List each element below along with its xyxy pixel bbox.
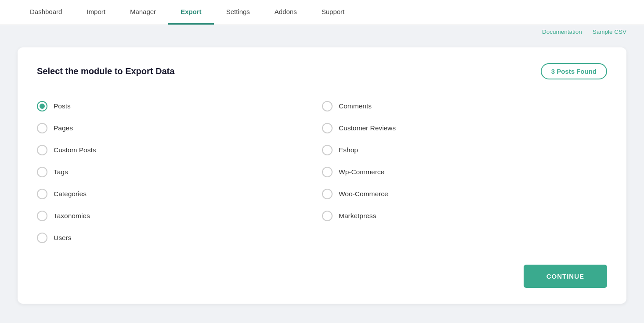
radio-eshop[interactable] [322, 145, 333, 155]
radio-marketpress[interactable] [322, 211, 333, 221]
label-woo-commerce: Woo-Commerce [339, 190, 388, 198]
option-posts[interactable]: Posts [37, 95, 322, 117]
option-categories[interactable]: Categories [37, 183, 322, 205]
radio-categories[interactable] [37, 189, 47, 199]
option-tags[interactable]: Tags [37, 161, 322, 183]
option-wp-commerce[interactable]: Wp-Commerce [322, 161, 607, 183]
label-customer-reviews: Customer Reviews [339, 124, 396, 132]
label-wp-commerce: Wp-Commerce [339, 168, 384, 176]
secondary-links-bar: Documentation Sample CSV [0, 25, 644, 39]
option-comments[interactable]: Comments [322, 95, 607, 117]
label-comments: Comments [339, 102, 372, 110]
option-taxonomies[interactable]: Taxonomies [37, 205, 322, 227]
label-categories: Categories [54, 190, 87, 198]
radio-taxonomies[interactable] [37, 211, 47, 221]
nav-item-import[interactable]: Import [74, 0, 118, 25]
option-eshop[interactable]: Eshop [322, 139, 607, 161]
radio-posts[interactable] [37, 101, 47, 111]
continue-button[interactable]: CONTINUE [524, 265, 607, 288]
radio-custom-posts[interactable] [37, 145, 47, 155]
nav-item-manager[interactable]: Manager [118, 0, 168, 25]
left-column: Posts Pages Custom Posts Tags Categories [37, 95, 322, 249]
option-pages[interactable]: Pages [37, 117, 322, 139]
nav-item-support[interactable]: Support [309, 0, 357, 25]
radio-woo-commerce[interactable] [322, 189, 333, 199]
label-custom-posts: Custom Posts [54, 146, 96, 154]
radio-customer-reviews[interactable] [322, 123, 333, 133]
radio-pages[interactable] [37, 123, 47, 133]
option-marketpress[interactable]: Marketpress [322, 205, 607, 227]
label-users: Users [54, 234, 71, 242]
radio-wp-commerce[interactable] [322, 167, 333, 177]
nav-item-dashboard[interactable]: Dashboard [18, 0, 74, 25]
card-header: Select the module to Export Data 3 Posts… [37, 63, 607, 79]
option-woo-commerce[interactable]: Woo-Commerce [322, 183, 607, 205]
label-taxonomies: Taxonomies [54, 212, 90, 220]
nav-item-export[interactable]: Export [168, 0, 214, 25]
export-module-card: Select the module to Export Data 3 Posts… [18, 47, 626, 304]
sample-csv-link[interactable]: Sample CSV [593, 29, 626, 35]
nav-item-settings[interactable]: Settings [214, 0, 262, 25]
card-footer: CONTINUE [37, 265, 607, 288]
label-tags: Tags [54, 168, 68, 176]
documentation-link[interactable]: Documentation [542, 29, 582, 35]
main-content: Select the module to Export Data 3 Posts… [0, 39, 644, 321]
nav-item-addons[interactable]: Addons [262, 0, 309, 25]
label-posts: Posts [54, 102, 71, 110]
top-navigation: Dashboard Import Manager Export Settings… [0, 0, 644, 25]
module-options-grid: Posts Pages Custom Posts Tags Categories [37, 95, 607, 249]
option-custom-posts[interactable]: Custom Posts [37, 139, 322, 161]
posts-found-badge: 3 Posts Found [541, 63, 607, 79]
card-title: Select the module to Export Data [37, 66, 174, 76]
option-users[interactable]: Users [37, 227, 322, 249]
label-marketpress: Marketpress [339, 212, 376, 220]
right-column: Comments Customer Reviews Eshop Wp-Comme… [322, 95, 607, 249]
label-eshop: Eshop [339, 146, 358, 154]
option-customer-reviews[interactable]: Customer Reviews [322, 117, 607, 139]
radio-tags[interactable] [37, 167, 47, 177]
radio-comments[interactable] [322, 101, 333, 111]
radio-users[interactable] [37, 233, 47, 243]
label-pages: Pages [54, 124, 73, 132]
